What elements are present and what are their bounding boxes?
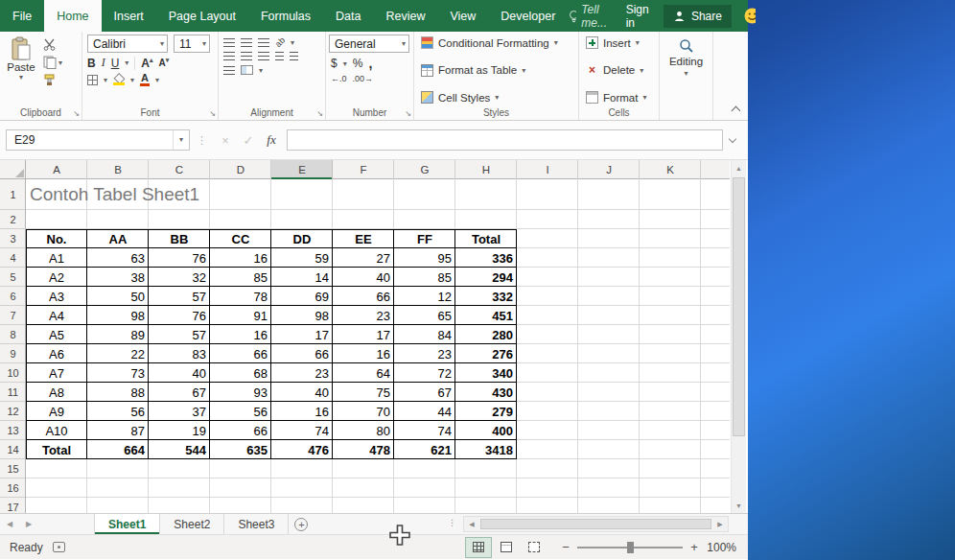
cell-G1[interactable] xyxy=(394,179,455,210)
row-header-7[interactable]: 7 xyxy=(0,306,26,325)
cell-E11[interactable]: 40 xyxy=(271,383,333,402)
row-header-16[interactable]: 16 xyxy=(0,478,26,498)
cell-F11[interactable]: 75 xyxy=(333,383,394,402)
cell-E5[interactable]: 14 xyxy=(271,268,333,287)
cell-B5[interactable]: 38 xyxy=(87,268,149,287)
cell-I4[interactable] xyxy=(517,248,578,268)
cell-E7[interactable]: 98 xyxy=(271,306,333,325)
cell-A7[interactable]: A4 xyxy=(26,306,87,325)
cell-B15[interactable] xyxy=(87,459,149,478)
zoom-slider-thumb[interactable] xyxy=(627,542,634,553)
cell-G4[interactable]: 95 xyxy=(394,248,455,268)
cell-G11[interactable]: 67 xyxy=(394,383,455,402)
cell-H16[interactable] xyxy=(455,478,517,498)
increase-indent-icon[interactable] xyxy=(290,52,298,60)
cell-J4[interactable] xyxy=(578,248,640,268)
cell-F5[interactable]: 40 xyxy=(333,268,394,287)
align-center-icon[interactable] xyxy=(241,52,252,60)
fill-color-dropdown-icon[interactable]: ▾ xyxy=(130,76,134,84)
normal-view-button[interactable] xyxy=(466,538,491,557)
cell-G14[interactable]: 621 xyxy=(394,440,455,459)
cell-K11[interactable] xyxy=(640,383,701,402)
number-format-combo[interactable]: General ▾ xyxy=(329,35,409,53)
cell-E2[interactable] xyxy=(271,210,333,229)
cell-A10[interactable]: A7 xyxy=(26,363,87,383)
cell-D5[interactable]: 85 xyxy=(210,268,271,287)
cell-G2[interactable] xyxy=(394,210,455,229)
underline-button[interactable]: U xyxy=(111,57,120,70)
decrease-indent-icon[interactable] xyxy=(275,52,284,60)
column-header-E[interactable]: E xyxy=(271,160,333,179)
cell-K16[interactable] xyxy=(640,478,701,498)
cell-J1[interactable] xyxy=(578,179,640,210)
collapse-ribbon-icon[interactable] xyxy=(732,106,741,116)
cell-D10[interactable]: 68 xyxy=(210,363,271,383)
cell-D13[interactable]: 66 xyxy=(210,421,271,440)
cell-C11[interactable]: 67 xyxy=(149,383,210,402)
sheet-nav-right-icon[interactable]: ▶ xyxy=(19,514,38,534)
align-middle-icon[interactable] xyxy=(241,38,252,47)
cell-I13[interactable] xyxy=(517,421,578,440)
enter-button[interactable]: ✓ xyxy=(237,133,260,148)
cell-C16[interactable] xyxy=(149,478,210,498)
cell-J6[interactable] xyxy=(578,287,640,306)
cell-A13[interactable]: A10 xyxy=(26,421,87,440)
column-header-H[interactable]: H xyxy=(455,160,517,179)
cell-C17[interactable] xyxy=(149,498,210,513)
cell-A8[interactable]: A5 xyxy=(26,325,87,344)
tab-page-layout[interactable]: Page Layout xyxy=(156,0,248,32)
cell-K8[interactable] xyxy=(640,325,701,344)
cell-J2[interactable] xyxy=(578,210,640,229)
borders-dropdown-icon[interactable]: ▾ xyxy=(104,76,107,84)
cell-I16[interactable] xyxy=(517,478,578,498)
cell-F14[interactable]: 478 xyxy=(333,440,394,459)
cell-K1[interactable] xyxy=(640,179,701,210)
cell-F2[interactable] xyxy=(333,210,394,229)
cell-F1[interactable] xyxy=(333,179,394,210)
zoom-out-button[interactable]: − xyxy=(558,540,573,554)
cell-J15[interactable] xyxy=(578,459,640,478)
cell-G15[interactable] xyxy=(394,459,455,478)
row-header-5[interactable]: 5 xyxy=(0,268,26,287)
cell-F9[interactable]: 16 xyxy=(333,344,394,363)
zoom-level[interactable]: 100% xyxy=(702,541,748,554)
cell-F15[interactable] xyxy=(333,459,394,478)
cell-D8[interactable]: 16 xyxy=(210,325,271,344)
row-header-2[interactable]: 2 xyxy=(0,210,26,229)
cell-J7[interactable] xyxy=(578,306,640,325)
cell-D4[interactable]: 16 xyxy=(210,248,271,268)
sheet-nav-left-icon[interactable]: ◀ xyxy=(0,514,19,534)
cell-B2[interactable] xyxy=(87,210,149,229)
horizontal-scrollbar[interactable]: ◀ ▶ xyxy=(463,516,729,532)
column-header-F[interactable]: F xyxy=(333,160,394,179)
cell-G12[interactable]: 44 xyxy=(394,402,455,421)
cell-B13[interactable]: 87 xyxy=(87,421,149,440)
scroll-right-icon[interactable]: ▶ xyxy=(712,521,728,528)
cell-B8[interactable]: 89 xyxy=(87,325,149,344)
merge-center-icon[interactable] xyxy=(241,65,253,75)
cell-C3[interactable]: BB xyxy=(149,229,210,248)
cell-F12[interactable]: 70 xyxy=(333,402,394,421)
cell-G16[interactable] xyxy=(394,478,455,498)
cell-F7[interactable]: 23 xyxy=(333,306,394,325)
paste-dropdown-icon[interactable]: ▾ xyxy=(19,73,23,82)
comma-style-button[interactable]: , xyxy=(368,56,372,71)
cell-J16[interactable] xyxy=(578,478,640,498)
format-as-table-button[interactable]: Format as Table ▾ xyxy=(421,64,575,77)
increase-decimal-icon[interactable]: ←.0 xyxy=(331,74,347,83)
cell-D2[interactable] xyxy=(210,210,271,229)
name-box-dropdown-icon[interactable]: ▾ xyxy=(173,130,189,150)
accounting-dropdown-icon[interactable]: ▾ xyxy=(343,59,347,68)
cell-A2[interactable] xyxy=(26,210,87,229)
column-header-A[interactable]: A xyxy=(26,160,87,179)
cell-I15[interactable] xyxy=(517,459,578,478)
tab-home[interactable]: Home xyxy=(44,0,101,32)
cell-A11[interactable]: A8 xyxy=(26,383,87,402)
cell-A6[interactable]: A3 xyxy=(26,287,87,306)
cell-E12[interactable]: 16 xyxy=(271,402,333,421)
horizontal-scroll-thumb[interactable] xyxy=(480,519,711,529)
column-header-B[interactable]: B xyxy=(87,160,149,179)
clipboard-dialog-launcher-icon[interactable]: ↘ xyxy=(73,110,80,118)
page-break-view-button[interactable] xyxy=(522,538,547,557)
share-button[interactable]: Share xyxy=(664,5,732,28)
